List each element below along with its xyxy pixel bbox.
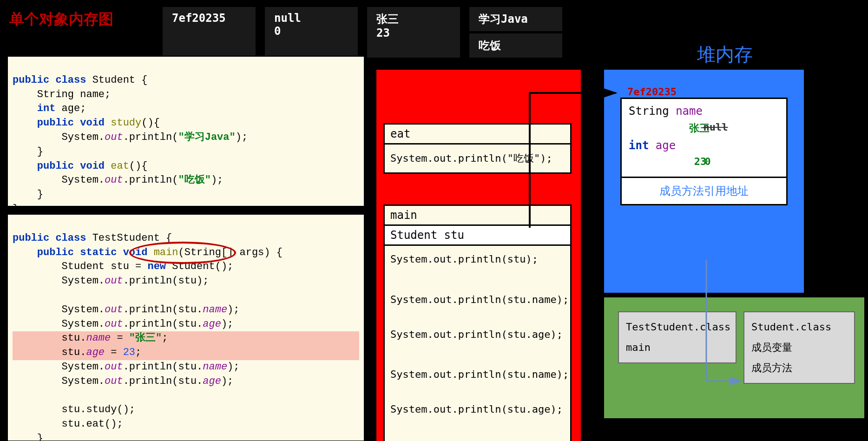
code-text: stu.study();: [13, 404, 135, 415]
code-text: [13, 247, 37, 258]
code-text: {: [135, 74, 147, 86]
code-text: .println(stu);: [452, 253, 538, 265]
code-text: System.: [13, 304, 105, 316]
code-text: [13, 117, 37, 129]
heap-label: 堆内存: [697, 42, 753, 67]
code-text: );: [550, 329, 563, 340]
test-student-class-box: TestStudent.class main: [618, 311, 736, 363]
output-boxes: 7ef20235 null 0 张三 23 学习Java 吃饭: [163, 7, 562, 58]
heap-method-ref: 成员方法引用地址: [622, 178, 786, 204]
code-text: .println(stu.: [123, 375, 203, 387]
code-text: age: [656, 139, 676, 152]
code-text: .println(stu.: [123, 361, 203, 373]
code-text: (){: [141, 117, 160, 129]
code-text: name: [203, 361, 227, 373]
code-text: "吃饭": [178, 174, 210, 186]
output-name-age: 张三 23: [367, 7, 460, 58]
code-text: 23: [123, 347, 135, 358]
code-text: String: [629, 105, 669, 118]
code-text: );: [227, 304, 239, 316]
code-text: );: [221, 375, 233, 387]
code-text: int: [629, 139, 649, 152]
heap-student-object: String name 张三null int age 230 成员方法引用地址: [620, 98, 788, 205]
code-text: ;: [162, 332, 168, 344]
code-text: out: [105, 174, 123, 186]
class-name: Student.class: [751, 317, 847, 337]
code-text: System.: [13, 132, 105, 143]
code-text: age: [532, 403, 551, 415]
code-text: age: [203, 318, 221, 330]
code-text: out: [434, 294, 452, 305]
code-text: }: [13, 189, 43, 200]
code-text: .println(: [452, 152, 507, 164]
code-text: .println(stu.: [452, 329, 532, 340]
code-text: System.: [390, 253, 434, 265]
code-text: );: [540, 152, 552, 164]
code-text: void: [80, 117, 105, 129]
class-vars: 成员变量: [751, 337, 847, 358]
code-text: out: [434, 403, 452, 415]
code-text: .println(stu.: [123, 318, 203, 330]
code-text: );: [557, 369, 569, 380]
code-text: ;: [135, 347, 141, 358]
code-text: Student stu =: [13, 261, 147, 272]
eat-frame-body: System.out.println("吃饭");: [385, 145, 570, 172]
code-text: name: [532, 294, 557, 305]
output-null-zero: null 0: [265, 7, 358, 58]
code-text: out: [434, 369, 452, 380]
main-stack-frame: main Student stu System.out.println(stu)…: [383, 204, 572, 441]
code-text: name: [86, 332, 111, 344]
code-text: void: [123, 247, 148, 258]
code-text: out: [434, 253, 452, 265]
code-text: 0: [704, 156, 710, 167]
student-class-box: Student.class 成员变量 成员方法: [743, 311, 855, 384]
class-methods: 成员方法: [751, 358, 847, 378]
code-text: System.: [13, 174, 105, 186]
code-text: String name;: [13, 89, 111, 100]
code-text: System.: [390, 329, 434, 340]
code-text: out: [105, 132, 123, 143]
code-text: Student: [92, 74, 135, 86]
heap-object-address: 7ef20235: [627, 86, 677, 98]
code-text: System.: [390, 152, 434, 164]
heap-name-value: 张三null: [629, 118, 779, 139]
code-text: out: [105, 318, 123, 330]
code-text: System.: [13, 375, 105, 387]
code-text: public: [37, 247, 74, 258]
code-text: System.: [13, 275, 105, 287]
code-text: System.: [390, 403, 434, 415]
code-text: "学习Java": [178, 132, 235, 143]
code-text: .println(stu);: [123, 275, 209, 287]
code-text: );: [221, 318, 233, 330]
code-text: eat: [111, 160, 129, 172]
code-text: new: [147, 261, 166, 272]
code-text: (){: [129, 160, 148, 172]
code-text: );: [227, 361, 239, 373]
code-text: out: [434, 329, 452, 340]
code-text: [13, 160, 37, 172]
code-text: main: [154, 247, 178, 258]
code-text: out: [434, 152, 452, 164]
code-text: age: [532, 329, 551, 340]
code-text: .println(: [123, 132, 178, 143]
class-method: main: [626, 337, 729, 358]
output-study: 学习Java: [469, 7, 562, 31]
heap-age-value: 230: [629, 152, 779, 171]
code-text: TestStudent: [92, 232, 160, 244]
diagram-title: 单个对象内存图: [9, 9, 113, 30]
code-text: name: [532, 369, 557, 380]
code-text: int: [37, 103, 56, 114]
code-text: age;: [55, 103, 86, 114]
test-student-code: public class TestStudent { public static…: [7, 214, 365, 441]
code-text: );: [236, 132, 248, 143]
code-text: public: [37, 117, 74, 129]
main-frame-header: main: [385, 206, 570, 226]
code-text: .println(stu.: [452, 369, 532, 380]
code-text: stu.: [13, 332, 86, 344]
code-text: out: [105, 375, 123, 387]
code-text: (String[] args) {: [178, 247, 282, 258]
code-text: void: [80, 160, 105, 172]
code-text: System.: [390, 294, 434, 305]
output-address: 7ef20235: [163, 7, 256, 58]
code-text: null: [704, 121, 728, 133]
